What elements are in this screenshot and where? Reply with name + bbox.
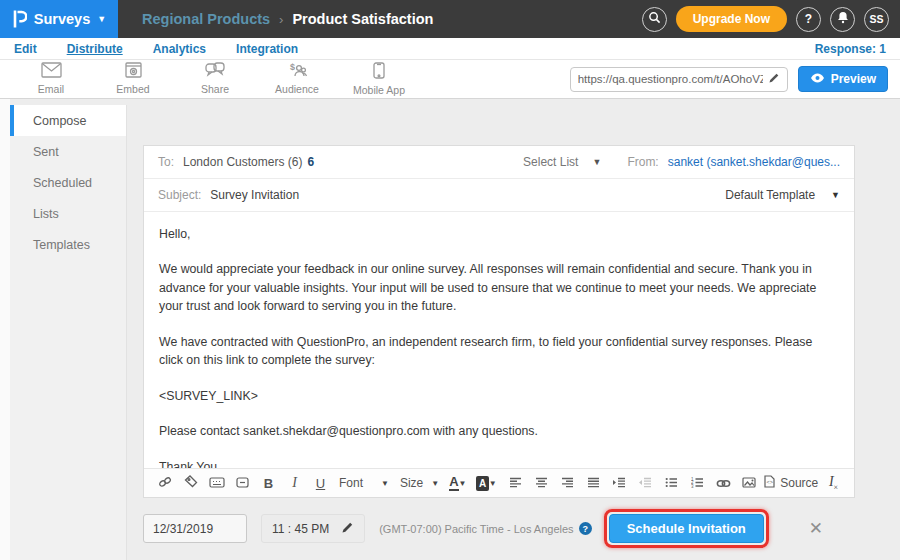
- bell-icon: [837, 11, 849, 27]
- breadcrumb-parent[interactable]: Regional Products: [142, 11, 270, 27]
- keyboard-button[interactable]: [209, 473, 224, 493]
- search-button[interactable]: [642, 7, 667, 32]
- close-icon[interactable]: ✕: [809, 518, 823, 539]
- avatar[interactable]: SS: [864, 7, 889, 32]
- font-dropdown-label: Font: [339, 476, 363, 490]
- channel-email[interactable]: Email: [22, 62, 80, 95]
- channel-list: Email Embed: [0, 62, 408, 96]
- breadcrumb: Regional Products › Product Satisfaction: [142, 11, 433, 27]
- sidebar-item-lists[interactable]: Lists: [10, 198, 126, 229]
- timezone-help-icon[interactable]: ?: [579, 522, 592, 535]
- schedule-invitation-button[interactable]: Schedule Invitation: [609, 514, 764, 543]
- source-button[interactable]: <> Source: [768, 473, 815, 493]
- tab-analytics[interactable]: Analytics: [153, 42, 206, 56]
- insert-link-button[interactable]: [716, 473, 731, 493]
- embed-icon: [125, 62, 142, 82]
- help-button[interactable]: ?: [796, 7, 821, 32]
- sidebar-item-compose[interactable]: Compose: [10, 105, 126, 136]
- schedule-date-field[interactable]: 12/31/2019: [143, 514, 247, 543]
- channel-mobile-app[interactable]: Mobile App: [350, 62, 408, 96]
- sidebar-item-sent[interactable]: Sent: [10, 136, 126, 167]
- button-icon: [236, 474, 249, 492]
- schedule-time-value: 11 : 45 PM: [272, 522, 329, 536]
- select-list-dropdown[interactable]: Select List ▼: [523, 155, 601, 169]
- channel-share[interactable]: Share: [186, 62, 244, 95]
- surveys-product-menu[interactable]: Surveys ▼: [0, 0, 118, 38]
- remove-format-button[interactable]: I×: [826, 473, 841, 493]
- decrease-indent-button[interactable]: [638, 473, 653, 493]
- upgrade-now-button[interactable]: Upgrade Now: [676, 6, 787, 32]
- align-left-button[interactable]: [508, 473, 523, 493]
- preview-button[interactable]: Preview: [798, 66, 888, 92]
- source-label: Source: [780, 476, 818, 490]
- svg-text:$: $: [290, 62, 295, 72]
- tab-integration[interactable]: Integration: [236, 42, 298, 56]
- from-group: From: sanket (sanket.shekdar@ques...: [627, 155, 840, 169]
- align-right-button[interactable]: [560, 473, 575, 493]
- align-right-icon: [561, 474, 574, 492]
- response-count[interactable]: Response: 1: [815, 42, 886, 56]
- timezone-info: (GMT-07:00) Pacific Time - Los Angeles ?: [379, 522, 591, 535]
- chevron-down-icon: ▼: [381, 479, 389, 488]
- body-paragraph: We would appreciate your feedback in our…: [159, 260, 839, 315]
- subject-input[interactable]: Survey Invitation: [210, 188, 299, 202]
- template-dropdown[interactable]: Default Template ▼: [725, 188, 840, 202]
- italic-button[interactable]: I: [287, 473, 302, 493]
- body-paragraph: We have contracted with QuestionPro, an …: [159, 333, 839, 370]
- increase-indent-button[interactable]: [612, 473, 627, 493]
- text-color-button[interactable]: A ▼: [450, 473, 465, 493]
- sidebar-item-scheduled[interactable]: Scheduled: [10, 167, 126, 198]
- svg-text:3: 3: [691, 484, 694, 488]
- chevron-down-icon: ▼: [489, 479, 497, 488]
- template-label: Default Template: [725, 188, 815, 202]
- questionpro-logo-icon: [12, 9, 27, 29]
- justify-button[interactable]: [586, 473, 601, 493]
- from-label: From:: [627, 155, 658, 169]
- chevron-down-icon: ▼: [592, 157, 601, 167]
- chain-link-icon: [158, 474, 172, 492]
- header-actions: Upgrade Now ? SS: [642, 6, 900, 32]
- schedule-time-field[interactable]: 11 : 45 PM: [261, 514, 365, 543]
- decrease-indent-icon: [638, 474, 652, 492]
- align-center-button[interactable]: [534, 473, 549, 493]
- svg-text:<>: <>: [767, 479, 773, 485]
- edit-pencil-icon[interactable]: [768, 70, 780, 88]
- tag-button[interactable]: [183, 473, 198, 493]
- sidebar-item-templates[interactable]: Templates: [10, 229, 126, 260]
- button-insert-button[interactable]: [235, 473, 250, 493]
- insert-image-button[interactable]: [742, 473, 757, 493]
- breadcrumb-current: Product Satisfaction: [292, 11, 433, 27]
- underline-button[interactable]: U: [313, 473, 328, 493]
- background-color-button[interactable]: A ▼: [476, 473, 496, 493]
- subject-row: Subject: Survey Invitation Default Templ…: [144, 179, 854, 212]
- email-body-editor[interactable]: Hello, We would appreciate your feedback…: [144, 212, 854, 468]
- to-recipients[interactable]: London Customers (6): [183, 155, 302, 169]
- background-color-icon: A: [476, 476, 488, 491]
- bold-button[interactable]: B: [261, 473, 276, 493]
- body-paragraph: <SURVEY_LINK>: [159, 387, 839, 405]
- size-dropdown-label: Size: [400, 476, 423, 490]
- bulleted-list-button[interactable]: [664, 473, 679, 493]
- insert-variable-link-button[interactable]: [157, 473, 172, 493]
- channel-embed[interactable]: Embed: [104, 62, 162, 95]
- numbered-list-button[interactable]: 1 2 3: [690, 473, 705, 493]
- font-dropdown[interactable]: Font ▼: [339, 476, 389, 490]
- from-sender[interactable]: sanket (sanket.shekdar@ques...: [668, 155, 840, 169]
- size-dropdown[interactable]: Size ▼: [400, 476, 439, 490]
- recipient-count[interactable]: 6: [307, 155, 314, 169]
- schedule-controls: 12/31/2019 11 : 45 PM (GMT-07:00) Pac: [143, 509, 823, 548]
- channel-audience[interactable]: $ Audience: [268, 62, 326, 95]
- chevron-down-icon: ▼: [459, 479, 467, 488]
- compose-sidebar: Compose Sent Scheduled Lists Templates: [10, 105, 127, 560]
- tab-edit[interactable]: Edit: [14, 42, 37, 56]
- channel-label: Audience: [275, 83, 319, 95]
- align-center-icon: [535, 474, 548, 492]
- notifications-button[interactable]: [830, 7, 855, 32]
- tab-distribute[interactable]: Distribute: [67, 42, 123, 56]
- survey-url-field[interactable]: https://qa.questionpro.com/t/AOhoVZfqml: [570, 67, 788, 92]
- left-gutter: [0, 99, 10, 560]
- survey-link-area: https://qa.questionpro.com/t/AOhoVZfqml …: [570, 66, 900, 92]
- link-icon: [716, 474, 731, 492]
- to-row: To: London Customers (6) 6 Select List ▼…: [144, 146, 854, 179]
- text-color-icon: A: [449, 475, 458, 491]
